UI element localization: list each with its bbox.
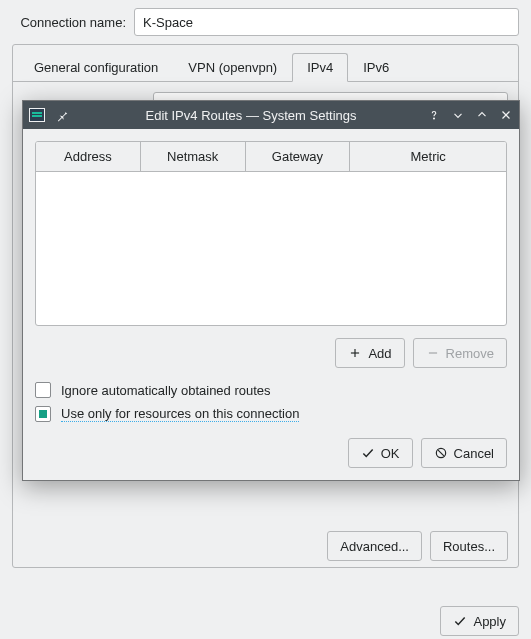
col-gateway[interactable]: Gateway	[246, 142, 351, 171]
ok-button[interactable]: OK	[348, 438, 413, 468]
plus-icon	[348, 346, 362, 360]
routes-button[interactable]: Routes...	[430, 531, 508, 561]
tab-bar: General configuration VPN (openvpn) IPv4…	[13, 52, 518, 82]
tab-general[interactable]: General configuration	[19, 53, 173, 82]
tab-vpn[interactable]: VPN (openvpn)	[173, 53, 292, 82]
apply-button[interactable]: Apply	[440, 606, 519, 636]
checkbox-icon	[35, 382, 51, 398]
minimize-icon[interactable]	[451, 108, 465, 122]
col-netmask[interactable]: Netmask	[141, 142, 246, 171]
use-only-label: Use only for resources on this connectio…	[61, 406, 299, 422]
col-address[interactable]: Address	[36, 142, 141, 171]
cancel-button[interactable]: Cancel	[421, 438, 507, 468]
close-icon[interactable]	[499, 108, 513, 122]
connection-name-label: Connection name:	[12, 15, 134, 30]
maximize-icon[interactable]	[475, 108, 489, 122]
routes-table[interactable]: Address Netmask Gateway Metric	[35, 141, 507, 326]
advanced-button[interactable]: Advanced...	[327, 531, 422, 561]
help-icon[interactable]	[427, 108, 441, 122]
apply-label: Apply	[473, 614, 506, 629]
cancel-icon	[434, 446, 448, 460]
use-only-checkbox[interactable]: Use only for resources on this connectio…	[35, 406, 507, 422]
ignore-routes-checkbox[interactable]: Ignore automatically obtained routes	[35, 382, 507, 398]
checkbox-checked-icon	[35, 406, 51, 422]
edit-routes-dialog: Edit IPv4 Routes — System Settings Addre…	[22, 100, 520, 481]
connection-name-input[interactable]	[134, 8, 519, 36]
ok-label: OK	[381, 446, 400, 461]
pin-icon[interactable]	[55, 108, 69, 122]
dialog-title: Edit IPv4 Routes — System Settings	[89, 108, 413, 123]
remove-label: Remove	[446, 346, 494, 361]
ignore-routes-label: Ignore automatically obtained routes	[61, 383, 271, 398]
tab-ipv4[interactable]: IPv4	[292, 53, 348, 82]
table-body[interactable]	[36, 172, 506, 326]
remove-button: Remove	[413, 338, 507, 368]
app-icon	[29, 108, 45, 122]
table-header: Address Netmask Gateway Metric	[36, 142, 506, 172]
cancel-label: Cancel	[454, 446, 494, 461]
dialog-titlebar[interactable]: Edit IPv4 Routes — System Settings	[23, 101, 519, 129]
check-icon	[361, 446, 375, 460]
col-metric[interactable]: Metric	[350, 142, 506, 171]
add-button[interactable]: Add	[335, 338, 404, 368]
svg-point-0	[434, 118, 435, 119]
tab-ipv6[interactable]: IPv6	[348, 53, 404, 82]
svg-line-7	[438, 450, 444, 456]
add-label: Add	[368, 346, 391, 361]
minus-icon	[426, 346, 440, 360]
check-icon	[453, 614, 467, 628]
